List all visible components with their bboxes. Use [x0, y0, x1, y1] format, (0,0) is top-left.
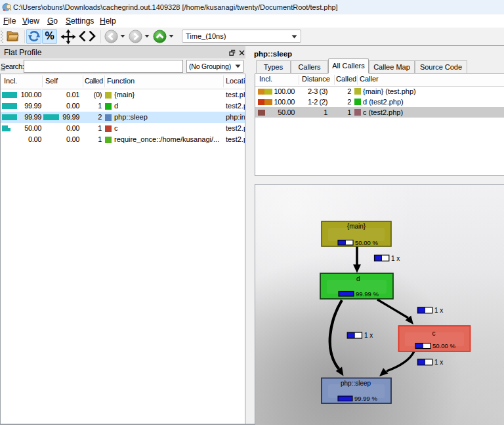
svg-text:c: c — [432, 330, 436, 337]
svg-text:1 x: 1 x — [434, 359, 443, 366]
svg-text:50.00 %: 50.00 % — [355, 239, 378, 246]
svg-text:{main}: {main} — [347, 223, 366, 230]
svg-text:1 x: 1 x — [391, 255, 400, 262]
svg-text:99.99 %: 99.99 % — [356, 290, 379, 298]
svg-text:php::sleep: php::sleep — [341, 380, 371, 387]
svg-text:1 x: 1 x — [364, 332, 373, 339]
svg-text:1 x: 1 x — [434, 307, 443, 314]
svg-text:d: d — [356, 275, 360, 282]
svg-text:50.00 %: 50.00 % — [432, 342, 455, 349]
svg-text:99.99 %: 99.99 % — [354, 395, 377, 402]
